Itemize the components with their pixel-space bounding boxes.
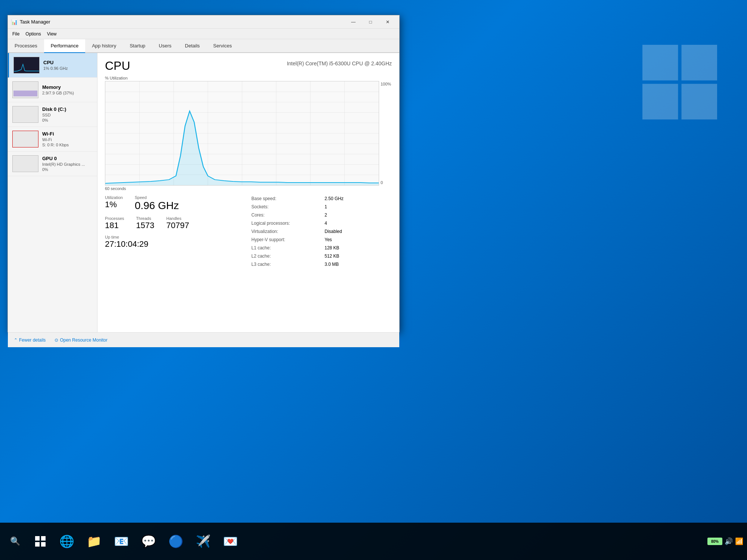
sidebar-item-cpu[interactable]: CPU 1% 0.96 GHz	[8, 53, 97, 78]
memory-thumbnail	[12, 81, 38, 98]
stats-left: Utilization 1% Speed 0.96 GHz Processes …	[105, 195, 245, 268]
taskbar-chrome-icon[interactable]: 🔵	[164, 528, 188, 554]
app-icon: 📊	[11, 19, 18, 25]
task-manager-window: 📊 Task Manager — □ ✕ File Options View P…	[7, 15, 400, 332]
sidebar-item-disk[interactable]: Disk 0 (C:) SSD 0%	[8, 102, 97, 127]
l3-value: 3.0 MB	[325, 261, 392, 268]
taskbar-search-button[interactable]: 🔍	[4, 528, 26, 554]
close-button[interactable]: ✕	[379, 15, 396, 29]
threads-group: Threads 1573	[136, 216, 154, 230]
tab-performance[interactable]: Performance	[44, 39, 85, 53]
menu-file[interactable]: File	[9, 30, 22, 38]
menu-options[interactable]: Options	[22, 30, 44, 38]
taskbar-plane-icon[interactable]: ✈️	[191, 528, 215, 554]
speed-value: 0.96 GHz	[135, 200, 179, 212]
cpu-chart-area	[105, 81, 379, 186]
speed-label: Speed	[135, 195, 179, 200]
windows-logo	[642, 45, 717, 119]
menu-view[interactable]: View	[44, 30, 60, 38]
svg-rect-7	[13, 106, 38, 123]
window-controls: — □ ✕	[345, 15, 396, 29]
wifi-sidebar-name: Wi-Fi	[42, 131, 93, 137]
cpu-chart-container: % Utilization	[105, 76, 392, 191]
svg-rect-10	[13, 156, 38, 172]
taskbar-edge-icon[interactable]: 🌐	[55, 528, 79, 554]
panel-title: CPU	[105, 59, 130, 72]
disk-sidebar-info: Disk 0 (C:) SSD 0%	[42, 106, 93, 122]
sockets-label: Sockets:	[251, 203, 319, 210]
handles-label: Handles	[166, 216, 189, 221]
taskbar-tray: 80% 🔊 📶	[707, 537, 743, 545]
chart-svg	[105, 81, 379, 185]
svg-rect-29	[35, 536, 40, 541]
fewer-details-link[interactable]: ⌃ Fewer details	[14, 337, 46, 343]
gpu-sidebar-detail1: Intel(R) HD Graphics ...	[42, 162, 93, 167]
panel-header: CPU Intel(R) Core(TM) i5-6300U CPU @ 2.4…	[105, 59, 392, 73]
cpu-sidebar-info: CPU 1% 0.96 GHz	[43, 60, 93, 71]
content-area: CPU 1% 0.96 GHz Memory 2.9/7.9 GB (37%)	[8, 53, 399, 332]
memory-sidebar-name: Memory	[42, 84, 93, 90]
svg-rect-1	[682, 45, 717, 80]
logical-value: 4	[325, 220, 392, 227]
base-speed-label: Base speed:	[251, 195, 319, 202]
svg-rect-31	[35, 542, 40, 547]
chart-y-label: % Utilization	[105, 76, 392, 80]
memory-sidebar-detail: 2.9/7.9 GB (37%)	[42, 91, 93, 95]
tab-bar: Processes Performance App history Startu…	[8, 39, 399, 53]
svg-rect-0	[642, 45, 678, 80]
taskbar-msg-icon[interactable]: 💌	[218, 528, 242, 554]
svg-rect-6	[13, 91, 37, 97]
window-title: Task Manager	[20, 19, 345, 25]
tab-startup[interactable]: Startup	[123, 39, 152, 53]
tab-services[interactable]: Services	[207, 39, 239, 53]
disk-sidebar-detail1: SSD	[42, 113, 93, 117]
l1-label: L1 cache:	[251, 245, 319, 251]
l3-label: L3 cache:	[251, 261, 319, 268]
base-speed-value: 2.50 GHz	[325, 195, 392, 202]
cpu-panel: CPU Intel(R) Core(TM) i5-6300U CPU @ 2.4…	[97, 53, 399, 332]
utilization-group: Utilization 1%	[105, 195, 123, 212]
panel-title-area: CPU	[105, 59, 130, 73]
disk-thumbnail	[12, 106, 38, 123]
wifi-thumbnail	[12, 131, 38, 147]
taskbar-whatsapp-icon[interactable]: 💬	[136, 528, 161, 554]
taskbar-folder-icon[interactable]: 📁	[82, 528, 106, 554]
uptime-label: Up time	[105, 235, 245, 239]
handles-value: 70797	[166, 221, 189, 230]
monitor-icon: ⊙	[55, 337, 58, 343]
tab-app-history[interactable]: App history	[85, 39, 123, 53]
maximize-button[interactable]: □	[362, 15, 379, 29]
cores-value: 2	[325, 212, 392, 218]
sidebar-item-memory[interactable]: Memory 2.9/7.9 GB (37%)	[8, 78, 97, 102]
chart-y-axis: 100% 0	[381, 81, 392, 186]
gpu-thumbnail	[12, 155, 38, 172]
taskbar-start-button[interactable]	[29, 528, 52, 554]
utilization-label: Utilization	[105, 195, 123, 200]
utilization-speed-row: Utilization 1% Speed 0.96 GHz	[105, 195, 245, 212]
svg-rect-32	[41, 542, 46, 547]
sidebar-item-wifi[interactable]: Wi-Fi Wi-Fi S: 0 R: 0 Kbps	[8, 127, 97, 152]
virt-label: Virtualization:	[251, 228, 319, 235]
l1-value: 128 KB	[325, 245, 392, 251]
minimize-button[interactable]: —	[345, 15, 362, 29]
tray-network: 📶	[735, 537, 743, 545]
utilization-value: 1%	[105, 200, 123, 209]
sidebar-item-gpu[interactable]: GPU 0 Intel(R) HD Graphics ... 0%	[8, 152, 97, 176]
tab-details[interactable]: Details	[178, 39, 207, 53]
cpu-thumbnail	[13, 57, 40, 74]
specs-right: Base speed: 2.50 GHz Sockets: 1 Cores: 2…	[251, 195, 392, 268]
title-bar: 📊 Task Manager — □ ✕	[8, 15, 399, 29]
sidebar: CPU 1% 0.96 GHz Memory 2.9/7.9 GB (37%)	[8, 53, 97, 332]
cpu-sidebar-name: CPU	[43, 60, 93, 65]
threads-value: 1573	[136, 221, 154, 230]
wifi-sidebar-detail2: S: 0 R: 0 Kbps	[42, 143, 93, 147]
svg-point-8	[14, 122, 15, 123]
tab-processes[interactable]: Processes	[8, 39, 44, 53]
tab-users[interactable]: Users	[152, 39, 178, 53]
processes-label: Processes	[105, 216, 124, 221]
hyperv-label: Hyper-V support:	[251, 236, 319, 243]
svg-rect-9	[13, 131, 38, 147]
open-resource-monitor-link[interactable]: ⊙ Open Resource Monitor	[55, 337, 107, 343]
taskbar-mail-icon[interactable]: 📧	[109, 528, 133, 554]
chart-bottom-label: 0	[381, 180, 392, 185]
